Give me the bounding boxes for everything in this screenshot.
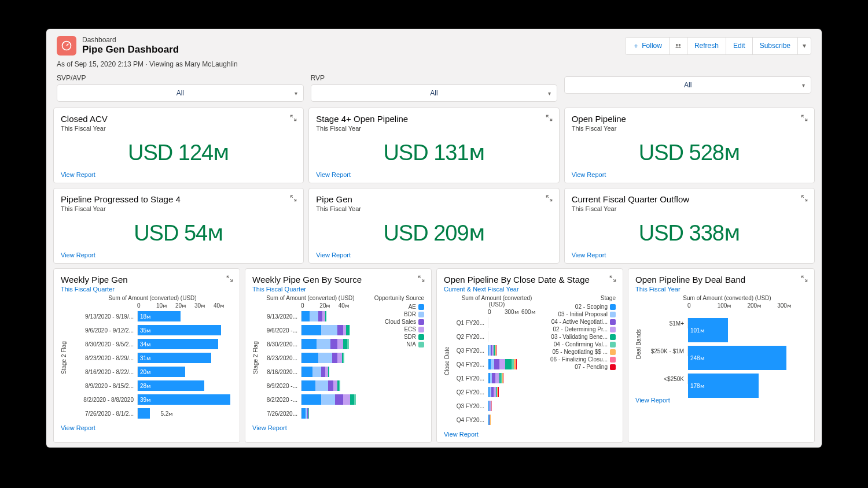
expand-icon[interactable] (799, 273, 810, 284)
chart-ticks: 010ᴍ20ᴍ30ᴍ40ᴍ (72, 302, 233, 309)
kpi-row-1: Closed ACV This Fiscal Year USD 124ᴍ Vie… (46, 108, 822, 183)
expand-icon[interactable] (416, 273, 426, 284)
filter-rvp: RVP All (311, 74, 558, 102)
chart-bars: Q1 FY20...Q2 FY20...Q3 FY20...Q4 FY20...… (455, 316, 538, 426)
svg-point-1 (676, 44, 678, 46)
chart-open-pipeline-close-date: Open Pipeline By Close Date & Stage Curr… (436, 268, 623, 443)
legend: Opportunity Source AEBDRCloud SalesECSSD… (361, 295, 424, 421)
kpi-value: USD 338ᴍ (572, 220, 807, 246)
kpi-value: USD 209ᴍ (316, 220, 551, 246)
view-report-link[interactable]: View Report (444, 431, 616, 438)
kpi-closed-acv: Closed ACV This Fiscal Year USD 124ᴍ Vie… (53, 108, 304, 183)
kpi-value: USD 124ᴍ (61, 140, 296, 165)
kpi-progressed-stage4: Pipeline Progressed to Stage 4 This Fisc… (53, 188, 304, 264)
expand-icon[interactable] (225, 273, 235, 284)
follow-button[interactable]: ＋Follow (625, 37, 670, 55)
kpi-value: USD 131ᴍ (316, 140, 551, 165)
collaborate-icon-button[interactable] (669, 37, 687, 55)
expand-icon[interactable] (608, 273, 618, 284)
view-report-link[interactable]: View Report (61, 252, 296, 258)
filter-svp-avp-select[interactable]: All (57, 84, 304, 102)
expand-icon[interactable] (799, 113, 810, 123)
view-report-link[interactable]: View Report (572, 171, 807, 178)
object-label: Dashboard (82, 36, 179, 44)
meta-line: As of Sep 15, 2020 2:13 PM · Viewing as … (46, 60, 822, 74)
kpi-value: USD 54ᴍ (61, 220, 296, 246)
view-report-link[interactable]: View Report (252, 424, 424, 431)
edit-button[interactable]: Edit (726, 37, 753, 55)
expand-icon[interactable] (544, 193, 554, 204)
kpi-value: USD 528ᴍ (572, 140, 807, 165)
view-report-link[interactable]: View Report (316, 252, 551, 258)
legend: Stage 02 - Scoping03 - Initial Proposal0… (542, 295, 616, 427)
kpi-pipe-gen: Pipe Gen This Fiscal Year USD 209ᴍ View … (308, 188, 559, 264)
header-title-group: Dashboard Pipe Gen Dashboard (57, 36, 179, 56)
kpi-outflow: Current Fiscal Quarter Outflow This Fisc… (564, 188, 815, 264)
expand-icon[interactable] (544, 113, 554, 123)
chart-bars: 9/13/2020...9/6/2020 -...8/30/2020...8/2… (264, 310, 357, 420)
filter-3: All (564, 74, 811, 102)
expand-icon[interactable] (288, 193, 299, 204)
subscribe-button[interactable]: Subscribe (752, 37, 798, 55)
chart-open-pipeline-deal-band: Open Pipeline By Deal Band This Fiscal Y… (628, 268, 815, 443)
filter-rvp-select[interactable]: All (311, 84, 558, 102)
expand-icon[interactable] (288, 113, 299, 123)
header: Dashboard Pipe Gen Dashboard ＋Follow Ref… (46, 29, 822, 60)
dashboard-icon (57, 36, 76, 56)
filter-3-select[interactable]: All (564, 76, 811, 94)
svg-point-2 (678, 44, 681, 46)
chart-weekly-pipe-gen: Weekly Pipe Gen This Fiscal Quarter Stag… (53, 268, 240, 443)
chart-weekly-pipe-gen-source: Weekly Pipe Gen By Source This Fiscal Qu… (245, 268, 432, 443)
view-report-link[interactable]: View Report (316, 171, 551, 178)
header-actions: ＋Follow Refresh Edit Subscribe ▾ (625, 37, 811, 55)
chart-bars: $1M+101ᴍ$250K - $1M248ᴍ<$250K178ᴍ (647, 310, 807, 392)
view-report-link[interactable]: View Report (61, 424, 233, 431)
view-report-link[interactable]: View Report (572, 252, 807, 258)
refresh-button[interactable]: Refresh (687, 37, 726, 55)
kpi-open-pipeline: Open Pipeline This Fiscal Year USD 528ᴍ … (564, 108, 815, 183)
page-title: Pipe Gen Dashboard (82, 44, 179, 56)
view-report-link[interactable]: View Report (61, 171, 296, 178)
expand-icon[interactable] (799, 193, 810, 204)
kpi-stage4-open: Stage 4+ Open Pipeline This Fiscal Year … (308, 108, 559, 183)
chart-row: Weekly Pipe Gen This Fiscal Quarter Stag… (46, 268, 822, 443)
chart-bars: 9/13/2020 - 9/19/...18ᴍ9/6/2020 - 9/12/2… (72, 310, 233, 420)
filter-svp-avp: SVP/AVP All (57, 74, 304, 102)
kpi-row-2: Pipeline Progressed to Stage 4 This Fisc… (46, 188, 822, 264)
dashboard-window: Dashboard Pipe Gen Dashboard ＋Follow Ref… (46, 29, 822, 448)
more-actions-button[interactable]: ▾ (797, 37, 811, 55)
filter-bar: SVP/AVP All RVP All All (46, 74, 822, 108)
